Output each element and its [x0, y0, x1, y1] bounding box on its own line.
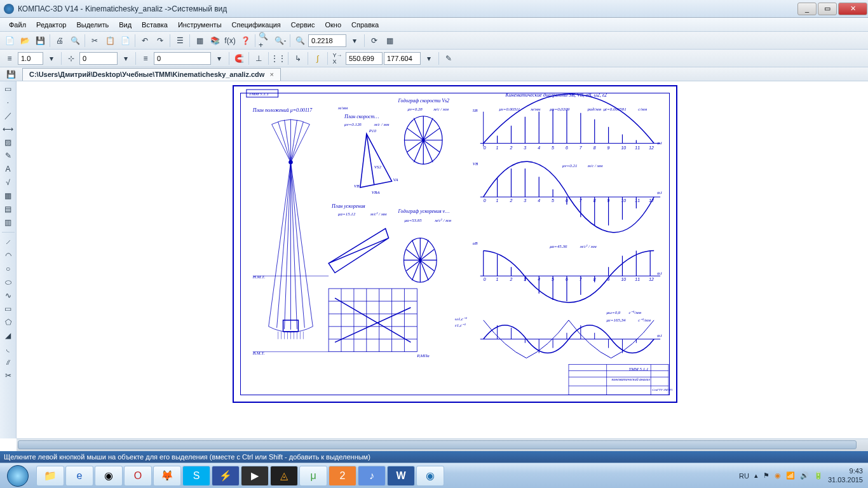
word-icon[interactable]: W — [387, 466, 415, 486]
trim-tool[interactable]: ✂ — [1, 369, 15, 382]
dimension-tool[interactable]: ⟷ — [1, 123, 15, 135]
edit-tool[interactable]: ✎ — [1, 149, 15, 162]
fillet-tool[interactable]: ◟ — [1, 342, 15, 355]
maximize-button[interactable]: ▭ — [818, 3, 837, 15]
menu-help[interactable]: Справка — [346, 21, 384, 29]
lcs-button[interactable]: ↳ — [291, 51, 305, 65]
coord-dropdown[interactable]: ▾ — [422, 51, 436, 65]
fx-button[interactable]: f(x) — [223, 34, 237, 48]
polygon-tool[interactable]: ⬠ — [1, 316, 15, 329]
tray-network-icon[interactable]: 📶 — [786, 471, 795, 480]
properties-button[interactable]: ☰ — [173, 34, 187, 48]
kompas-task-icon[interactable]: ◉ — [416, 466, 444, 486]
rect-tool[interactable]: ▭ — [1, 302, 15, 315]
ie-icon[interactable]: e — [65, 466, 93, 486]
zoom-out-button[interactable]: 🔍- — [273, 34, 287, 48]
print-button[interactable]: 🖨 — [53, 34, 67, 48]
menu-select[interactable]: Выделить — [71, 21, 114, 29]
chamfer-tool[interactable]: ◢ — [1, 329, 15, 342]
new-button[interactable]: 📄 — [3, 34, 17, 48]
menu-view[interactable]: Вид — [114, 21, 137, 29]
tray-clock[interactable]: 9:43 31.03.2015 — [828, 467, 863, 484]
close-button[interactable]: ✕ — [838, 3, 867, 15]
minimize-button[interactable]: _ — [797, 3, 817, 15]
refresh-button[interactable]: ⟳ — [367, 34, 381, 48]
table-tool[interactable]: ▦ — [1, 189, 15, 202]
select-tool[interactable]: ▭ — [1, 83, 15, 95]
cut-button[interactable]: ✂ — [88, 34, 102, 48]
2gis-icon[interactable]: 2 — [329, 466, 356, 486]
linewidth-input[interactable] — [18, 52, 43, 65]
preview-button[interactable]: 🔍 — [68, 34, 82, 48]
horizontal-scrollbar[interactable] — [17, 438, 868, 451]
coord-x-input[interactable] — [346, 52, 383, 65]
tray-volume-icon[interactable]: 🔊 — [800, 471, 809, 480]
layer-input[interactable] — [154, 52, 211, 65]
redo-button[interactable]: ↷ — [153, 34, 167, 48]
roughness-tool[interactable]: √ — [1, 176, 15, 189]
ellipse-tool[interactable]: ⬭ — [1, 276, 15, 288]
save-doc-icon[interactable]: 💾 — [6, 70, 16, 79]
magnet-button[interactable]: 🧲 — [232, 51, 246, 65]
scrollbar-thumb[interactable] — [18, 440, 857, 449]
linewidth-dropdown[interactable]: ▾ — [44, 51, 58, 65]
tray-up-icon[interactable]: ▴ — [754, 471, 758, 480]
segment-tool[interactable]: ⟋ — [1, 236, 15, 248]
menu-file[interactable]: Файл — [4, 21, 31, 29]
linetype-button[interactable]: ≡ — [3, 51, 17, 65]
help-pointer-button[interactable]: ❓ — [238, 34, 252, 48]
menu-tools[interactable]: Инструменты — [173, 21, 227, 29]
hatch-tool[interactable]: ▨ — [1, 136, 15, 149]
offset1-input[interactable] — [79, 52, 118, 65]
zoom-in-button[interactable]: 🔍+ — [258, 34, 272, 48]
opera-icon[interactable]: O — [124, 466, 152, 486]
report-tool[interactable]: ▥ — [1, 216, 15, 229]
zoom-window-button[interactable]: 🔍 — [293, 34, 307, 48]
grid-window-button[interactable]: ▦ — [383, 34, 397, 48]
undo-button[interactable]: ↶ — [138, 34, 152, 48]
start-button[interactable] — [0, 463, 36, 489]
mpc-icon[interactable]: ▶ — [241, 466, 269, 486]
menu-service[interactable]: Сервис — [286, 21, 320, 29]
spline-tool[interactable]: ∿ — [1, 289, 15, 302]
document-tab-close[interactable]: × — [269, 71, 273, 78]
zoom-input[interactable] — [308, 34, 346, 47]
tray-action-icon[interactable]: ◉ — [775, 471, 781, 480]
text-tool[interactable]: A — [1, 163, 15, 175]
daemon-icon[interactable]: ⚡ — [212, 466, 240, 486]
tray-battery-icon[interactable]: 🔋 — [814, 471, 823, 480]
lang-indicator[interactable]: RU — [739, 472, 749, 480]
music-icon[interactable]: ♪ — [358, 466, 386, 486]
menu-insert[interactable]: Вставка — [137, 21, 173, 29]
layer-button[interactable]: ≡ — [139, 51, 153, 65]
menu-edit[interactable]: Редактор — [31, 21, 71, 29]
save-button[interactable]: 💾 — [33, 34, 47, 48]
line-tool[interactable]: ／ — [1, 109, 15, 122]
paste-button[interactable]: 📄 — [118, 34, 132, 48]
library-button[interactable]: 📚 — [208, 34, 222, 48]
offset1-dropdown[interactable]: ▾ — [119, 51, 133, 65]
firefox-icon[interactable]: 🦊 — [153, 466, 181, 486]
chrome-icon[interactable]: ◉ — [95, 466, 123, 486]
ortho-button[interactable]: ⊥ — [252, 51, 266, 65]
coord-y-input[interactable] — [384, 52, 421, 65]
tray-flag-icon[interactable]: ⚑ — [763, 471, 770, 480]
point-tool[interactable]: · — [1, 96, 15, 109]
param-button[interactable]: ∫ — [311, 51, 325, 65]
aimp-icon[interactable]: ◬ — [270, 466, 298, 486]
document-tab[interactable]: C:\Users\Дмитрий\Desktop\Учебные\ТММ\Kin… — [22, 68, 281, 81]
variables-button[interactable]: ▦ — [193, 34, 207, 48]
offset-tool[interactable]: ⫽ — [1, 356, 15, 369]
zoom-dropdown[interactable]: ▾ — [348, 34, 362, 48]
circle-tool[interactable]: ○ — [1, 262, 15, 275]
brush-button[interactable]: ✎ — [442, 51, 456, 65]
skype-icon[interactable]: S — [182, 466, 210, 486]
arc-tool[interactable]: ◠ — [1, 249, 15, 262]
menu-spec[interactable]: Спецификация — [227, 21, 286, 29]
snap1-button[interactable]: ⊹ — [64, 51, 78, 65]
explorer-icon[interactable]: 📁 — [36, 466, 64, 486]
canvas[interactable]: ТММ 5.1.1 План положений μ=0.00117 м/мм — [17, 81, 868, 438]
spec-tool[interactable]: ▤ — [1, 203, 15, 215]
open-button[interactable]: 📂 — [18, 34, 32, 48]
layer-dropdown[interactable]: ▾ — [212, 51, 226, 65]
